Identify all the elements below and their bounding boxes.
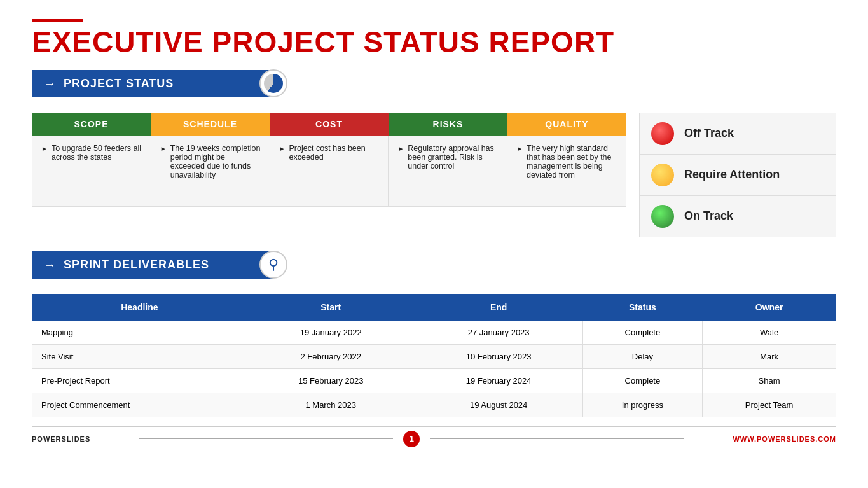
sprint-deliverables-header: → SPRINT DELIVERABLES ⚲: [32, 251, 273, 279]
table-row: Pre-Project Report15 February 202319 Feb…: [32, 368, 836, 393]
trinity-icon-circle: ⚲: [259, 251, 287, 279]
col-end: End: [415, 294, 582, 320]
title-black: EXECUTIVE PROJECT: [32, 25, 364, 59]
risks-bullet-arrow: ►: [397, 145, 404, 152]
project-status-section: → PROJECT STATUS SCOPE SCHEDULE COST RIS…: [32, 70, 836, 237]
trinity-icon: ⚲: [268, 256, 279, 273]
table-row: Site Visit2 February 202210 February 202…: [32, 344, 836, 368]
risks-bullet: ► Regulatory approval has been granted. …: [397, 144, 498, 171]
legend-require-attention: Require Attention: [640, 155, 836, 196]
page: EXECUTIVE PROJECT STATUS REPORT → PROJEC…: [0, 0, 868, 488]
table-row: Project Commencement1 March 202319 Augus…: [32, 393, 836, 417]
scope-header: SCOPE: [32, 113, 151, 136]
pie-chart-icon: [264, 74, 283, 93]
legend-on-track: On Track: [640, 196, 836, 237]
cell-status: Delay: [582, 344, 703, 368]
legend-panel: Off Track Require Attention On Track: [639, 113, 836, 237]
deliverables-table: Headline Start End Status Owner Mapping1…: [32, 294, 836, 417]
cell-end: 27 January 2023: [415, 320, 582, 344]
cell-headline: Mapping: [32, 320, 247, 344]
status-row-wrapper: SCOPE SCHEDULE COST RISKS QUALITY ► To u…: [32, 113, 836, 237]
cell-owner: Sham: [703, 368, 836, 393]
cell-owner: Wale: [703, 320, 836, 344]
status-body-row: ► To upgrade 50 feeders all across the s…: [32, 136, 626, 207]
schedule-cell: ► The 19 weeks completion period might b…: [151, 136, 270, 206]
col-start: Start: [247, 294, 415, 320]
scope-bullet-arrow: ►: [41, 145, 48, 152]
footer-line-right: [430, 438, 684, 439]
quality-text: The very high standard that has been set…: [527, 144, 617, 179]
yellow-dot-icon: [651, 164, 674, 186]
project-status-label: PROJECT STATUS: [64, 77, 174, 90]
schedule-bullet-arrow: ►: [160, 145, 167, 152]
title-bar: EXECUTIVE PROJECT STATUS REPORT: [32, 19, 836, 59]
sprint-deliverables-label: SPRINT DELIVERABLES: [64, 258, 209, 272]
title-red: STATUS REPORT: [364, 25, 615, 59]
sprint-deliverables-section: → SPRINT DELIVERABLES ⚲ Headline Start E…: [32, 251, 836, 417]
col-headline: Headline: [32, 294, 247, 320]
footer-brand-right: WWW.POWERSLIDES.COM: [733, 435, 836, 443]
cost-bullet: ► Project cost has been exceeded: [279, 144, 380, 162]
project-status-header: → PROJECT STATUS: [32, 70, 273, 97]
cost-header: COST: [270, 113, 389, 136]
page-title: EXECUTIVE PROJECT STATUS REPORT: [32, 26, 836, 59]
legend-off-track: Off Track: [640, 113, 836, 155]
quality-bullet: ► The very high standard that has been s…: [516, 144, 617, 179]
quality-cell: ► The very high standard that has been s…: [507, 136, 626, 206]
col-status: Status: [582, 294, 703, 320]
scope-text: To upgrade 50 feeders all across the sta…: [52, 144, 142, 162]
status-table: SCOPE SCHEDULE COST RISKS QUALITY ► To u…: [32, 113, 626, 207]
deliverables-header-row: Headline Start End Status Owner: [32, 294, 836, 320]
table-row: Mapping19 January 202227 January 2023Com…: [32, 320, 836, 344]
cell-owner: Project Team: [703, 393, 836, 417]
pie-chart-icon-circle: [259, 69, 287, 97]
green-dot-icon: [651, 205, 674, 228]
footer: POWERSLIDES 1 WWW.POWERSLIDES.COM: [32, 426, 836, 447]
quality-header: QUALITY: [507, 113, 626, 136]
cell-owner: Mark: [703, 344, 836, 368]
footer-page-badge: 1: [403, 431, 420, 447]
cell-status: In progress: [582, 393, 703, 417]
cell-end: 19 August 2024: [415, 393, 582, 417]
col-owner: Owner: [703, 294, 836, 320]
cell-end: 10 February 2023: [415, 344, 582, 368]
schedule-bullet: ► The 19 weeks completion period might b…: [160, 144, 261, 179]
schedule-header: SCHEDULE: [151, 113, 270, 136]
quality-bullet-arrow: ►: [516, 145, 523, 152]
red-dot-icon: [651, 122, 674, 145]
footer-center: 1: [90, 431, 733, 447]
scope-bullet: ► To upgrade 50 feeders all across the s…: [41, 144, 142, 162]
scope-cell: ► To upgrade 50 feeders all across the s…: [32, 136, 151, 206]
cell-headline: Pre-Project Report: [32, 368, 247, 393]
risks-text: Regulatory approval has been granted. Ri…: [408, 144, 498, 171]
sprint-arrow-icon: →: [43, 258, 56, 272]
cell-start: 19 January 2022: [247, 320, 415, 344]
legend-require-attention-label: Require Attention: [684, 168, 780, 181]
title-accent-line: [32, 19, 83, 22]
cell-status: Complete: [582, 368, 703, 393]
cell-start: 1 March 2023: [247, 393, 415, 417]
cost-cell: ► Project cost has been exceeded: [270, 136, 389, 206]
schedule-text: The 19 weeks completion period might be …: [170, 144, 261, 179]
cell-start: 2 February 2022: [247, 344, 415, 368]
status-header-row: SCOPE SCHEDULE COST RISKS QUALITY: [32, 113, 626, 136]
risks-cell: ► Regulatory approval has been granted. …: [389, 136, 507, 206]
footer-brand-left: POWERSLIDES: [32, 435, 90, 443]
legend-off-track-label: Off Track: [684, 127, 734, 140]
legend-on-track-label: On Track: [684, 209, 733, 223]
cell-end: 19 February 2024: [415, 368, 582, 393]
cost-text: Project cost has been exceeded: [289, 144, 380, 162]
cell-status: Complete: [582, 320, 703, 344]
risks-header: RISKS: [389, 113, 507, 136]
cell-start: 15 February 2023: [247, 368, 415, 393]
cell-headline: Site Visit: [32, 344, 247, 368]
cell-headline: Project Commencement: [32, 393, 247, 417]
cost-bullet-arrow: ►: [279, 145, 286, 152]
arrow-icon: →: [43, 76, 56, 91]
footer-line-left: [139, 438, 393, 439]
